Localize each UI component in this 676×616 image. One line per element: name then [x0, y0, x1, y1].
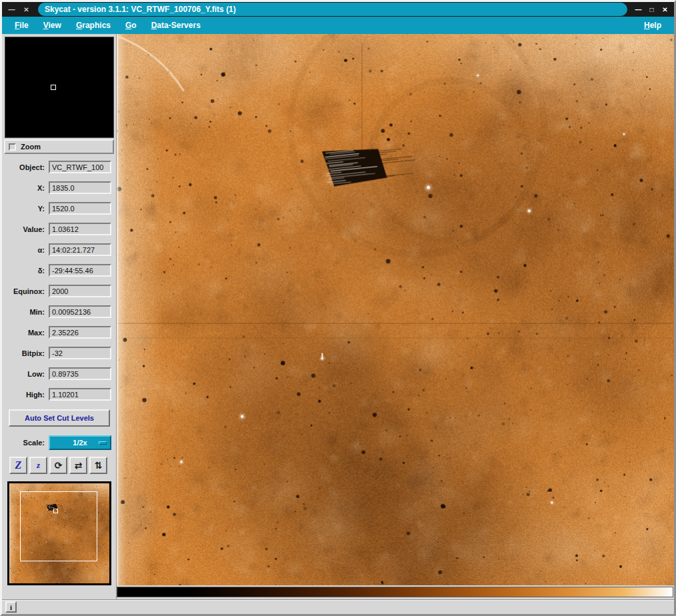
- titlebar-left-controls: — ✕: [2, 2, 36, 17]
- min-label: Min:: [5, 308, 45, 316]
- dec-field[interactable]: [49, 264, 111, 277]
- info-row: α:: [5, 243, 115, 257]
- x-label: X:: [5, 184, 45, 192]
- skycat-window: — ✕ Skycat - version 3.1.1: VC_RTWF_1007…: [0, 0, 676, 616]
- menu-graphics[interactable]: Graphics: [69, 18, 118, 33]
- statusbar: i: [2, 599, 674, 614]
- info-button[interactable]: i: [5, 601, 17, 613]
- flip-vertical-button[interactable]: ⇅: [89, 457, 107, 474]
- object-field[interactable]: [49, 161, 111, 173]
- info-row: High:: [5, 387, 115, 401]
- dec-label: δ:: [5, 267, 45, 275]
- rotate-button[interactable]: ⟳: [49, 457, 67, 474]
- y-field[interactable]: [49, 202, 111, 215]
- scale-dropdown[interactable]: 1/2x: [49, 435, 111, 450]
- menu-help[interactable]: Help: [637, 18, 669, 33]
- info-row: Max:: [5, 325, 115, 339]
- menu-file[interactable]: File: [7, 18, 36, 33]
- info-row: Value:: [5, 222, 115, 236]
- window-close-left-icon[interactable]: ✕: [21, 5, 31, 15]
- value-label: Value:: [5, 225, 45, 233]
- object-label: Object:: [5, 163, 45, 171]
- flip-horizontal-button[interactable]: ⇄: [69, 457, 87, 474]
- info-icon: i: [10, 603, 12, 611]
- close-button[interactable]: ✕: [660, 5, 670, 15]
- auto-set-cut-levels-button[interactable]: Auto Set Cut Levels: [9, 409, 110, 427]
- low-label: Low:: [5, 370, 45, 378]
- menu-go[interactable]: Go: [118, 18, 144, 33]
- x-field[interactable]: [49, 181, 111, 194]
- info-panel: Object: X: Y: Value: α: δ: Equinox: Min:…: [3, 160, 115, 408]
- zoom-checkbox-row: Zoom: [4, 139, 114, 154]
- flip-vertical-icon: ⇅: [95, 460, 103, 471]
- info-row: Bitpix:: [5, 346, 115, 360]
- ra-field[interactable]: [49, 243, 111, 256]
- maximize-button[interactable]: □: [647, 5, 657, 15]
- control-panel: Zoom Object: X: Y: Value: α: δ: Equinox:…: [2, 34, 117, 599]
- zoom-marker: [51, 85, 56, 90]
- image-area: [117, 34, 674, 599]
- flip-horizontal-icon: ⇄: [75, 460, 83, 471]
- dropdown-indicator-icon: [99, 441, 107, 445]
- titlebar-pill[interactable]: Skycat - version 3.1.1: VC_RTWF_100706_Y…: [38, 3, 627, 16]
- info-row: Low:: [5, 367, 115, 381]
- window-menu-icon[interactable]: —: [7, 5, 17, 15]
- titlebar[interactable]: — ✕ Skycat - version 3.1.1: VC_RTWF_1007…: [2, 2, 674, 17]
- min-field[interactable]: [49, 305, 111, 318]
- scale-row: Scale: 1/2x: [5, 435, 115, 450]
- scale-value: 1/2x: [73, 439, 87, 447]
- high-label: High:: [5, 391, 45, 399]
- equinox-field[interactable]: [49, 285, 111, 297]
- info-row: δ:: [5, 263, 115, 277]
- max-field[interactable]: [49, 326, 111, 339]
- bitpix-field[interactable]: [49, 347, 111, 359]
- zoom-in-button[interactable]: Z: [9, 457, 27, 474]
- bitpix-label: Bitpix:: [5, 349, 45, 357]
- info-row: Min:: [5, 305, 115, 319]
- equinox-label: Equinox:: [5, 287, 45, 295]
- menubar: File View Graphics Go Data-Servers Help: [2, 17, 674, 34]
- minimize-button[interactable]: —: [633, 5, 643, 15]
- window-title: Skycat - version 3.1.1: VC_RTWF_100706_Y…: [45, 5, 236, 14]
- zoom-checkbox[interactable]: [9, 143, 16, 151]
- info-row: Object:: [5, 160, 115, 174]
- zoom-checkbox-label: Zoom: [21, 143, 41, 151]
- y-label: Y:: [5, 205, 45, 213]
- info-row: Equinox:: [5, 284, 115, 298]
- menu-view[interactable]: View: [36, 18, 69, 33]
- ra-label: α:: [5, 246, 45, 254]
- max-label: Max:: [5, 329, 45, 337]
- zoom-out-icon: z: [37, 460, 40, 471]
- zoom-tools-row: Z z ⟳ ⇄ ⇅: [9, 457, 115, 474]
- zoom-out-button[interactable]: z: [29, 457, 47, 474]
- titlebar-right-controls: — □ ✕: [629, 2, 674, 17]
- info-row: Y:: [5, 201, 115, 215]
- zoom-in-icon: Z: [15, 459, 22, 471]
- info-row: X:: [5, 181, 115, 195]
- pan-thumbnail[interactable]: [9, 483, 109, 583]
- sky-image[interactable]: [117, 34, 674, 585]
- colorbar[interactable]: [117, 587, 673, 597]
- zoom-view[interactable]: [5, 37, 114, 138]
- scale-label: Scale:: [5, 439, 45, 447]
- rotate-icon: ⟳: [55, 460, 63, 471]
- high-cut-field[interactable]: [49, 388, 111, 401]
- pan-window[interactable]: [7, 481, 111, 585]
- low-cut-field[interactable]: [49, 367, 111, 380]
- value-field[interactable]: [49, 223, 111, 235]
- menu-data-servers[interactable]: Data-Servers: [144, 18, 208, 33]
